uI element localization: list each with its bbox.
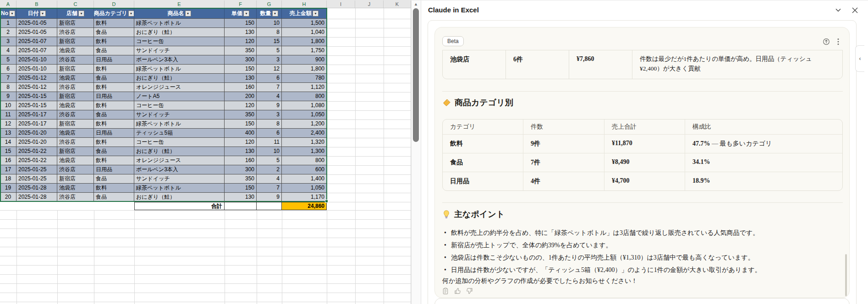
table-cell[interactable]: 新宿店 (57, 147, 94, 156)
table-cell[interactable]: 1,800 (282, 65, 327, 74)
table-cell[interactable]: 2025-01-05 (16, 19, 57, 28)
table-cell[interactable]: 9 (257, 101, 282, 110)
table-cell[interactable]: 2025-01-25 (16, 174, 57, 184)
scroll-up-arrow-icon[interactable]: ▲ (412, 2, 420, 6)
empty-cell[interactable] (257, 202, 282, 210)
column-header-K[interactable]: K (384, 0, 411, 8)
table-cell[interactable]: 350 (225, 174, 257, 184)
table-cell[interactable]: 日用品 (94, 92, 134, 101)
table-cell[interactable]: 2025-01-17 (16, 110, 57, 119)
kebab-menu-icon[interactable] (834, 38, 842, 45)
table-cell[interactable]: 池袋店 (57, 46, 94, 55)
table-cell[interactable]: 11 (0, 110, 16, 119)
total-label-cell[interactable]: 合計 (134, 202, 225, 210)
table-cell[interactable]: 120 (225, 37, 257, 46)
table-cell[interactable]: 1,750 (282, 46, 327, 55)
table-cell[interactable]: 6 (0, 65, 16, 74)
table-cell[interactable]: 飲料 (94, 19, 134, 28)
table-cell[interactable]: 300 (225, 55, 257, 65)
table-cell[interactable]: 4 (257, 92, 282, 101)
table-cell[interactable]: サンドイッチ (134, 110, 225, 119)
table-cell[interactable]: 130 (225, 28, 257, 37)
table-cell[interactable]: 780 (282, 74, 327, 83)
table-cell[interactable]: 10 (257, 147, 282, 156)
table-cell[interactable]: 600 (282, 165, 327, 174)
table-cell[interactable]: 緑茶ペットボトル (134, 65, 225, 74)
table-cell[interactable]: 7 (257, 184, 282, 193)
table-cell[interactable]: 5 (0, 55, 16, 65)
column-header-E[interactable]: E (134, 0, 225, 8)
table-cell[interactable]: 池袋店 (57, 156, 94, 165)
table-cell[interactable]: 2025-01-05 (16, 28, 57, 37)
card-scrollbar-thumb[interactable] (845, 254, 847, 296)
table-cell[interactable]: おにぎり（鮭） (134, 193, 225, 202)
table-cell[interactable]: 8 (257, 28, 282, 37)
scrollbar-thumb[interactable] (413, 8, 419, 142)
table-cell[interactable]: 200 (225, 92, 257, 101)
table-cell[interactable]: 渋谷店 (57, 55, 94, 65)
filter-dropdown-icon[interactable]: ▼ (9, 11, 15, 16)
table-cell[interactable]: 1 (0, 19, 16, 28)
table-cell[interactable]: 150 (225, 65, 257, 74)
column-header-H[interactable]: H (282, 0, 327, 8)
table-cell[interactable]: 1,170 (282, 193, 327, 202)
table-cell[interactable]: オレンジジュース (134, 156, 225, 165)
table-cell[interactable]: 2025-01-07 (16, 37, 57, 46)
chevron-down-icon[interactable] (834, 6, 842, 14)
table-cell[interactable]: 9 (0, 92, 16, 101)
table-cell[interactable]: 2025-01-20 (16, 129, 57, 138)
filter-dropdown-icon[interactable]: ▼ (185, 11, 191, 16)
column-header-F[interactable]: F (225, 0, 257, 8)
table-cell[interactable]: 350 (225, 46, 257, 55)
chat-input-box[interactable] (434, 298, 850, 304)
table-cell[interactable]: 16 (0, 156, 16, 165)
table-cell[interactable]: 160 (225, 83, 257, 92)
table-cell[interactable]: 2025-01-07 (16, 46, 57, 55)
table-cell[interactable]: 1,120 (282, 83, 327, 92)
table-cell[interactable]: 新宿店 (57, 119, 94, 129)
column-header-A[interactable]: A (0, 0, 16, 8)
table-cell[interactable]: 食品 (94, 28, 134, 37)
table-cell[interactable]: 渋谷店 (57, 138, 94, 147)
thumbs-down-icon[interactable] (466, 288, 473, 294)
table-cell[interactable]: 2025-01-22 (16, 156, 57, 165)
usage-meter-icon[interactable] (822, 38, 830, 45)
table-cell[interactable]: 渋谷店 (57, 165, 94, 174)
table-cell[interactable]: 5 (257, 156, 282, 165)
table-cell[interactable]: コーヒー缶 (134, 101, 225, 110)
table-cell[interactable]: 渋谷店 (57, 193, 94, 202)
table-cell[interactable]: 2025-01-15 (16, 92, 57, 101)
table-cell[interactable]: 10 (0, 101, 16, 110)
table-cell[interactable]: 2025-01-22 (16, 147, 57, 156)
table-cell[interactable]: 800 (282, 92, 327, 101)
table-cell[interactable]: 17 (0, 165, 16, 174)
table-cell[interactable]: サンドイッチ (134, 46, 225, 55)
table-cell[interactable]: 2 (0, 28, 16, 37)
table-cell[interactable]: 7 (257, 83, 282, 92)
table-cell[interactable]: 13 (0, 129, 16, 138)
table-cell[interactable]: 4 (0, 46, 16, 55)
table-cell[interactable]: 120 (225, 101, 257, 110)
table-cell[interactable]: 9 (257, 193, 282, 202)
table-header-cell[interactable]: No▼ (0, 8, 16, 19)
collapse-panel-icon[interactable]: ‹ (855, 45, 864, 72)
table-cell[interactable]: 150 (225, 19, 257, 28)
table-cell[interactable]: 15 (0, 147, 16, 156)
table-cell[interactable]: 2025-01-17 (16, 119, 57, 129)
column-header-I[interactable]: I (327, 0, 355, 8)
table-cell[interactable]: 日用品 (94, 129, 134, 138)
table-header-cell[interactable]: 売上金額▼ (282, 8, 327, 19)
table-cell[interactable]: 池袋店 (57, 129, 94, 138)
table-cell[interactable]: 2 (257, 165, 282, 174)
table-cell[interactable]: 新宿店 (57, 92, 94, 101)
empty-cell[interactable] (225, 202, 257, 210)
table-cell[interactable]: 130 (225, 193, 257, 202)
table-cell[interactable]: 飲料 (94, 119, 134, 129)
table-cell[interactable]: 飲料 (94, 101, 134, 110)
table-cell[interactable]: ノートA5 (134, 92, 225, 101)
table-cell[interactable]: 3 (257, 55, 282, 65)
table-cell[interactable]: 緑茶ペットボトル (134, 119, 225, 129)
filter-dropdown-icon[interactable]: ▼ (78, 11, 84, 16)
table-cell[interactable]: 日用品 (94, 55, 134, 65)
table-cell[interactable]: ボールペン3本入 (134, 55, 225, 65)
